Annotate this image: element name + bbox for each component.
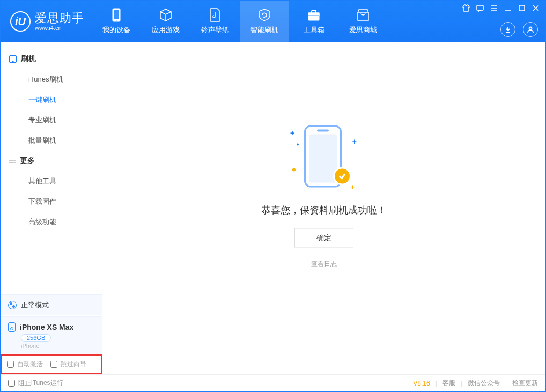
svg-rect-6	[477, 5, 483, 10]
sidebar-section-flash: 刷机	[1, 49, 102, 69]
nav-tab-label: 我的设备	[102, 25, 130, 35]
footer-right: V8.16 | 客服 | 微信公众号 | 检查更新	[413, 379, 538, 388]
body: 刷机 iTunes刷机 一键刷机 专业刷机 批量刷机 更多 其他工具 下载固件 …	[1, 42, 545, 374]
sidebar-bottom: 正常模式 iPhone XS Max 256GB iPhone 自动激活 跳过向…	[1, 294, 102, 374]
nav-tab-label: 智能刷机	[250, 25, 278, 35]
ok-button[interactable]: 确定	[294, 228, 353, 247]
sidebar-section-title: 刷机	[21, 54, 36, 64]
footer-link-support[interactable]: 客服	[442, 379, 455, 388]
device-capacity-badge: 256GB	[21, 334, 51, 342]
device-icon	[109, 8, 123, 22]
minimize-button[interactable]	[504, 4, 512, 12]
svg-rect-4	[308, 13, 319, 16]
footer-link-update[interactable]: 检查更新	[512, 379, 538, 388]
nav-tab-apps[interactable]: 应用游戏	[141, 1, 190, 42]
app-window: iU 爱思助手 www.i4.cn 我的设备 应用游戏 铃声壁纸 智能刷机	[0, 0, 546, 392]
auto-activate-checkbox[interactable]: 自动激活	[7, 360, 43, 369]
nav-tab-label: 铃声壁纸	[201, 25, 229, 35]
device-type: iPhone	[21, 343, 94, 349]
nav-tabs: 我的设备 应用游戏 铃声壁纸 智能刷机 工具箱 爱思商城	[92, 1, 388, 42]
sidebar-item-download-fw[interactable]: 下载固件	[1, 191, 102, 212]
menu-icon[interactable]	[490, 4, 498, 12]
cube-icon	[159, 8, 173, 22]
header: iU 爱思助手 www.i4.cn 我的设备 应用游戏 铃声壁纸 智能刷机	[1, 1, 545, 42]
device-icon	[8, 322, 16, 332]
maximize-button[interactable]	[518, 4, 526, 12]
sidebar-item-batch-flash[interactable]: 批量刷机	[1, 130, 102, 151]
store-icon	[356, 8, 370, 22]
skin-icon[interactable]	[462, 4, 470, 12]
dot-icon	[292, 168, 296, 171]
sparkle-icon: +	[290, 128, 294, 137]
svg-point-2	[116, 20, 117, 21]
success-message: 恭喜您，保资料刷机成功啦！	[261, 203, 387, 216]
refresh-shield-icon	[257, 8, 271, 22]
success-check-icon	[333, 167, 351, 185]
dot-icon	[297, 143, 299, 145]
version-label: V8.16	[413, 380, 430, 387]
sparkle-icon: +	[352, 137, 357, 145]
success-panel: + + + 恭喜您，保资料刷机成功啦！ 确定 查看日志	[261, 122, 387, 268]
list-icon	[9, 159, 16, 164]
sidebar-item-itunes-flash[interactable]: iTunes刷机	[1, 69, 102, 90]
sidebar-item-other-tools[interactable]: 其他工具	[1, 171, 102, 191]
skip-guide-checkbox[interactable]: 跳过向导	[50, 360, 86, 369]
auto-activate-label: 自动激活	[17, 360, 43, 369]
footer: 阻止iTunes运行 V8.16 | 客服 | 微信公众号 | 检查更新	[1, 374, 545, 391]
nav-tab-label: 爱思商城	[349, 25, 377, 35]
brand: iU 爱思助手 www.i4.cn	[1, 1, 92, 42]
nav-tab-my-device[interactable]: 我的设备	[92, 1, 141, 42]
device-box[interactable]: iPhone XS Max 256GB iPhone	[1, 316, 102, 354]
brand-subtitle: www.i4.cn	[35, 25, 84, 31]
sidebar-item-advanced[interactable]: 高级功能	[1, 212, 102, 232]
view-log-link[interactable]: 查看日志	[311, 259, 337, 268]
music-file-icon	[208, 8, 222, 22]
nav-tab-label: 工具箱	[304, 25, 324, 35]
header-right	[500, 22, 538, 37]
device-name: iPhone XS Max	[20, 323, 73, 331]
nav-tab-label: 应用游戏	[152, 25, 180, 35]
nav-tab-flash[interactable]: 智能刷机	[240, 1, 289, 42]
sidebar-section-title: 更多	[20, 156, 35, 166]
svg-rect-1	[114, 10, 119, 19]
feedback-icon[interactable]	[476, 4, 484, 12]
download-manager-button[interactable]	[500, 22, 515, 37]
sidebar-section-more: 更多	[1, 151, 102, 171]
mode-box[interactable]: 正常模式	[1, 294, 102, 315]
svg-rect-11	[519, 5, 525, 11]
brand-title: 爱思助手	[35, 12, 84, 25]
nav-tab-toolbox[interactable]: 工具箱	[289, 1, 338, 42]
close-button[interactable]	[532, 4, 540, 12]
brand-text: 爱思助手 www.i4.cn	[35, 12, 84, 31]
phone-icon	[9, 55, 17, 63]
sparkle-icon: +	[351, 183, 355, 190]
account-button[interactable]	[523, 22, 538, 37]
block-itunes-label: 阻止iTunes运行	[18, 379, 63, 388]
mode-icon	[8, 301, 17, 309]
nav-tab-store[interactable]: 爱思商城	[338, 1, 388, 42]
flash-options-highlight: 自动激活 跳过向导	[1, 354, 102, 374]
content: + + + 恭喜您，保资料刷机成功啦！ 确定 查看日志	[102, 42, 545, 374]
footer-link-wechat[interactable]: 微信公众号	[468, 379, 500, 388]
sidebar-item-pro-flash[interactable]: 专业刷机	[1, 110, 102, 130]
success-illustration: + + +	[289, 122, 359, 191]
nav-tab-ringtones[interactable]: 铃声壁纸	[190, 1, 240, 42]
svg-point-14	[529, 27, 532, 30]
mode-label: 正常模式	[21, 300, 49, 310]
sidebar-item-oneclick-flash[interactable]: 一键刷机	[1, 90, 102, 110]
block-itunes-checkbox[interactable]: 阻止iTunes运行	[8, 379, 63, 388]
sidebar: 刷机 iTunes刷机 一键刷机 专业刷机 批量刷机 更多 其他工具 下载固件 …	[1, 42, 102, 374]
toolbox-icon	[307, 8, 321, 22]
brand-logo-icon: iU	[10, 11, 31, 32]
skip-guide-label: 跳过向导	[61, 360, 86, 369]
window-controls	[462, 4, 540, 12]
